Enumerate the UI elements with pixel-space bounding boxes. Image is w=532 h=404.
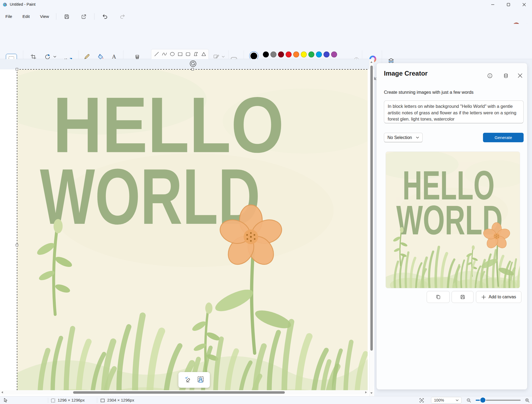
shape-outline-chevron[interactable] [221, 54, 226, 60]
scroll-up-arrow[interactable] [370, 61, 373, 63]
shape-curve[interactable] [161, 50, 168, 58]
color-swatch[interactable] [324, 51, 329, 57]
color-swatch[interactable] [270, 51, 276, 57]
canvas-floating-toolbar [178, 372, 210, 388]
remove-background-quick-button[interactable] [197, 376, 204, 384]
color-swatch[interactable] [286, 51, 292, 57]
shape-line[interactable] [153, 50, 161, 58]
canvas-image[interactable]: HELLO WORLD [17, 70, 368, 390]
menu-file[interactable]: File [2, 12, 15, 21]
canvas-size-icon [100, 398, 105, 403]
canvas-artwork: HELLO WORLD [17, 70, 368, 390]
selection-scope-value: No Selection [387, 135, 412, 140]
shape-ellipse[interactable] [168, 50, 176, 58]
minimize-button[interactable] [485, 0, 501, 9]
zoom-level-dropdown[interactable]: 100% [431, 397, 462, 403]
info-icon[interactable] [485, 71, 494, 80]
plus-icon [481, 295, 486, 299]
canvas-size-value: 2304 × 1296px [107, 398, 134, 402]
zoom-out-button[interactable] [466, 398, 471, 403]
color-swatch[interactable] [316, 51, 322, 57]
rotate-handle-icon[interactable] [189, 60, 197, 67]
vertical-scroll-thumb[interactable] [370, 66, 373, 351]
close-button[interactable] [516, 0, 532, 9]
window-title: Untitled - Paint [10, 2, 35, 7]
scroll-right-arrow[interactable] [365, 391, 367, 393]
fit-to-screen-button[interactable] [419, 397, 425, 403]
horizontal-scroll-thumb[interactable] [73, 391, 285, 394]
color-swatch[interactable] [301, 51, 307, 57]
close-panel-icon[interactable] [516, 71, 524, 80]
share-button[interactable] [77, 14, 90, 20]
selection-border-left[interactable] [17, 69, 17, 390]
credits-icon[interactable] [501, 71, 510, 80]
color-swatch[interactable] [331, 51, 337, 57]
redo-button[interactable] [116, 14, 129, 20]
canvas-viewport[interactable]: HELLO WORLD [0, 59, 374, 396]
paint-app-icon [3, 2, 8, 8]
color-swatch[interactable] [293, 51, 299, 57]
save-button[interactable] [60, 14, 73, 20]
chevron-down-icon [416, 136, 419, 139]
menu-bar: File Edit View [0, 9, 532, 24]
horizontal-scrollbar[interactable] [0, 390, 368, 395]
undo-button[interactable] [98, 14, 112, 20]
foreground-color-well[interactable] [250, 53, 257, 59]
selection-handle-midleft[interactable] [16, 244, 18, 246]
scroll-down-arrow[interactable] [370, 392, 373, 394]
color-swatch[interactable] [278, 51, 284, 57]
status-bar: 1296 × 1296px 2304 × 1296px 100% [0, 396, 532, 404]
maximize-button[interactable] [501, 0, 516, 9]
shape-polygon[interactable] [192, 50, 200, 58]
selection-handle-topcenter[interactable] [191, 68, 194, 70]
copy-image-button[interactable] [427, 291, 450, 303]
selection-handle-topleft[interactable] [16, 68, 18, 70]
shape-rounded-rectangle[interactable] [184, 50, 192, 58]
title-bar: Untitled - Paint [0, 0, 532, 9]
add-to-canvas-button[interactable]: Add to canvas [476, 291, 521, 303]
generated-image-preview[interactable]: HELLO WORLD [386, 151, 520, 288]
zoom-slider-thumb[interactable] [480, 397, 485, 403]
selection-size-icon [51, 398, 55, 403]
menu-view[interactable]: View [37, 12, 52, 21]
preview-artwork: HELLO WORLD [386, 152, 520, 288]
add-to-canvas-label: Add to canvas [489, 295, 516, 299]
panel-title: Image Creator [384, 70, 427, 77]
zoom-in-button[interactable] [525, 398, 530, 403]
panel-subtitle: Create stunning images with just a few w… [384, 90, 474, 95]
menu-separator [56, 13, 56, 20]
menu-edit[interactable]: Edit [19, 12, 33, 21]
shape-rectangle[interactable] [176, 50, 184, 58]
cursor-position-icon [3, 398, 8, 403]
generative-erase-button[interactable] [184, 376, 191, 384]
zoom-level-value: 100% [434, 398, 444, 402]
selection-scope-dropdown[interactable]: No Selection [384, 133, 423, 142]
scroll-left-arrow[interactable] [1, 391, 3, 393]
color-swatch[interactable] [263, 51, 269, 57]
ribbon-toolbar: Selection Image A Tools [0, 24, 532, 59]
chevron-down-icon [456, 399, 459, 401]
prompt-input[interactable]: In block letters on white background "He… [384, 101, 524, 123]
generate-button[interactable]: Generate [483, 133, 524, 142]
selection-size-value: 1296 × 1296px [58, 398, 85, 402]
shape-triangle[interactable] [200, 50, 208, 58]
color-swatch[interactable] [308, 51, 314, 57]
image-creator-panel: Image Creator Create stunning images wit… [376, 63, 527, 390]
save-image-button[interactable] [452, 291, 474, 303]
vertical-scrollbar[interactable] [369, 59, 373, 396]
canvas-margin [0, 59, 374, 69]
menu-separator [94, 13, 94, 20]
